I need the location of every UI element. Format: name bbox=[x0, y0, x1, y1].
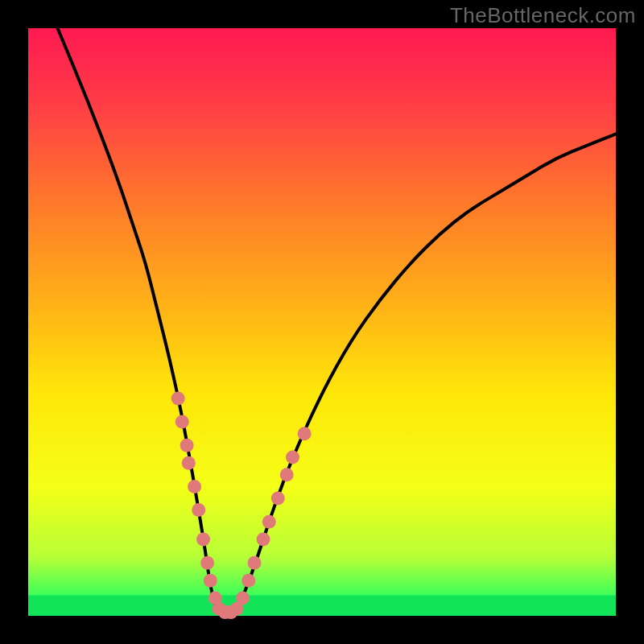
marker-dot bbox=[171, 391, 185, 405]
marker-dot bbox=[280, 468, 294, 481]
marker-dot bbox=[192, 503, 205, 517]
bottom-band bbox=[28, 595, 616, 616]
marker-dot bbox=[204, 574, 217, 588]
chart-svg bbox=[0, 0, 644, 644]
marker-dot bbox=[242, 574, 255, 588]
marker-dot bbox=[196, 533, 210, 547]
marker-dot bbox=[257, 533, 270, 547]
marker-dot bbox=[180, 439, 194, 452]
marker-dot bbox=[182, 456, 196, 470]
marker-dot bbox=[188, 480, 201, 493]
marker-dot bbox=[286, 450, 299, 464]
watermark-text: TheBottleneck.com bbox=[450, 3, 636, 28]
marker-dot bbox=[262, 515, 276, 529]
chart-container: TheBottleneck.com bbox=[0, 0, 644, 644]
marker-dot bbox=[248, 556, 262, 570]
marker-dot bbox=[175, 415, 189, 429]
marker-dot bbox=[271, 492, 285, 506]
marker-dot bbox=[298, 427, 312, 440]
marker-dot bbox=[236, 592, 250, 605]
plot-area bbox=[28, 28, 616, 619]
plot-background bbox=[28, 28, 616, 616]
marker-dot bbox=[200, 556, 214, 570]
